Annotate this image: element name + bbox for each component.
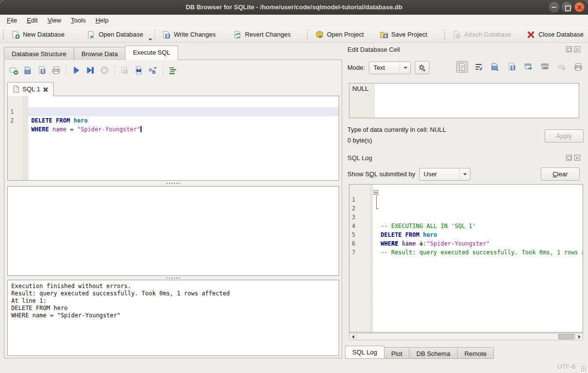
maximize-icon[interactable] <box>562 2 572 12</box>
float-icon[interactable] <box>566 46 572 52</box>
sql-editor-line[interactable]: 1 DELETE FROM hero <box>8 99 339 107</box>
results-grid[interactable] <box>7 186 339 276</box>
log-line: 7 <box>349 239 583 248</box>
execute-all-icon[interactable] <box>71 65 81 76</box>
find-icon[interactable] <box>133 65 144 76</box>
toolbar-grip[interactable] <box>2 29 5 40</box>
resize-grip-icon[interactable] <box>581 366 587 372</box>
message-line: WHERE name = "Spider-Youngster" <box>11 312 335 319</box>
format-sql-icon[interactable] <box>167 65 178 76</box>
edit-cell-title: Edit Database Cell <box>347 46 400 53</box>
dock-tabbar: SQL Log Plot DB Schema Remote <box>345 346 493 359</box>
clear-button[interactable]: Clear <box>541 167 580 181</box>
sql-editor-current-line[interactable]: 2 WHERE name = "Spider-Youngster" <box>8 107 339 116</box>
log-horizontal-scrollbar[interactable] <box>349 333 583 340</box>
null-value-icon <box>556 61 568 73</box>
menu-tools[interactable]: Tools <box>66 15 90 25</box>
print-icon[interactable] <box>51 65 61 76</box>
close-database-button[interactable]: Close Database <box>522 28 588 41</box>
write-changes-button[interactable]: Write Changes <box>158 28 220 41</box>
main-tabbar: Database Structure Browse Data Execute S… <box>4 45 178 60</box>
minimize-icon[interactable] <box>549 2 559 12</box>
execution-messages[interactable]: Execution finished without errors.Result… <box>7 280 339 356</box>
chevron-down-icon <box>400 62 410 74</box>
set-value-icon[interactable] <box>523 61 534 73</box>
close-icon[interactable] <box>574 155 580 161</box>
open-database-button[interactable]: Open Database <box>82 28 147 41</box>
mode-label: Mode: <box>347 64 365 71</box>
svg-text:a: a <box>149 66 152 72</box>
save-project-button[interactable]: Save Project <box>375 28 432 41</box>
toolbar-separator <box>114 65 115 75</box>
replace-icon[interactable]: ab <box>147 65 158 76</box>
sql-log-header: SQL Log <box>347 154 584 162</box>
log-filter-select[interactable]: User <box>419 168 470 181</box>
menu-edit[interactable]: Edit <box>22 15 42 25</box>
statusbar: UTF-8 <box>0 359 588 373</box>
float-icon[interactable] <box>566 155 572 161</box>
sql-tab-label: SQL 1 <box>22 85 40 93</box>
tab-sql-log[interactable]: SQL Log <box>345 346 385 359</box>
revert-changes-button[interactable]: Revert Changes <box>229 28 295 41</box>
encoding-indicator: UTF-8 <box>557 363 575 370</box>
tab-plot[interactable]: Plot <box>384 347 409 359</box>
tab-database-structure[interactable]: Database Structure <box>4 47 74 60</box>
import-file-icon[interactable] <box>489 61 501 73</box>
open-external-icon[interactable] <box>539 61 551 73</box>
close-icon[interactable] <box>574 46 580 52</box>
sql-editor-toolbar: ab <box>8 64 178 77</box>
left-arrow-icon[interactable] <box>349 333 357 340</box>
titlebar[interactable]: DB Browser for SQLite - /home/user/code/… <box>0 0 588 15</box>
tab-db-schema[interactable]: DB Schema <box>409 347 457 359</box>
log-filter-label: Show SQL submitted by <box>347 170 415 178</box>
execute-current-line-icon[interactable] <box>85 65 96 76</box>
toolbar-separator <box>155 29 155 40</box>
scrollbar-track[interactable] <box>357 333 575 340</box>
open-project-button[interactable]: Open Project <box>311 28 368 41</box>
revert-changes-icon <box>233 30 242 39</box>
sql-log-viewer[interactable]: 1 -- EXECUTING ALL IN 'SQL 1' 2 -- 3 -- … <box>349 184 583 332</box>
save-sql-file-icon[interactable] <box>37 65 47 76</box>
log-line: 1 -- EXECUTING ALL IN 'SQL 1' <box>349 186 583 195</box>
cell-value-editor[interactable]: NULL <box>349 83 579 118</box>
cell-text-area[interactable] <box>375 83 579 118</box>
close-icon[interactable] <box>574 2 585 12</box>
editor-results-splitter[interactable] <box>7 181 339 186</box>
new-tab-icon[interactable] <box>8 65 19 76</box>
toolbar-grip[interactable] <box>443 29 446 40</box>
mode-select[interactable]: Text <box>369 62 411 74</box>
sql-editor[interactable]: 1 DELETE FROM hero 2 WHERE name = "Spide… <box>7 96 339 181</box>
tab-remote[interactable]: Remote <box>457 347 494 359</box>
save-file-icon[interactable] <box>506 61 518 73</box>
right-arrow-icon[interactable] <box>575 333 583 340</box>
close-database-icon <box>527 30 535 39</box>
menu-view[interactable]: View <box>42 15 66 25</box>
tab-execute-sql[interactable]: Execute SQL <box>125 45 178 60</box>
dropdown-arrow-icon[interactable] <box>148 39 152 41</box>
new-database-button[interactable]: New Database <box>7 28 69 41</box>
print-icon[interactable] <box>572 61 584 73</box>
log-line: 2 -- <box>349 195 583 204</box>
menu-help[interactable]: Help <box>91 15 114 25</box>
open-sql-file-icon[interactable] <box>22 65 33 76</box>
write-changes-icon <box>162 30 171 39</box>
svg-text:b: b <box>152 69 156 75</box>
fold-collapse-icon[interactable] <box>374 190 378 195</box>
word-wrap-icon[interactable] <box>473 61 485 73</box>
apply-button: Apply <box>545 129 584 143</box>
stop-icon <box>99 65 110 76</box>
chevron-down-icon <box>459 168 470 180</box>
log-line: 4 DELETE FROM hero <box>349 213 583 222</box>
save-results-icon <box>119 65 130 76</box>
gear-apply-icon[interactable] <box>415 61 429 74</box>
sql-document-tab[interactable]: SQL 1 <box>7 82 54 96</box>
message-line: DELETE FROM hero <box>11 305 335 312</box>
scrollbar-thumb[interactable] <box>558 334 574 339</box>
menu-file[interactable]: File <box>2 15 22 25</box>
text-mode-icon[interactable] <box>456 61 468 73</box>
document-icon <box>13 85 20 93</box>
toolbar-grip[interactable] <box>306 29 309 40</box>
tab-browse-data[interactable]: Browse Data <box>74 47 125 60</box>
window-title: DB Browser for SQLite - /home/user/code/… <box>185 3 402 11</box>
close-tab-icon[interactable] <box>43 86 48 92</box>
